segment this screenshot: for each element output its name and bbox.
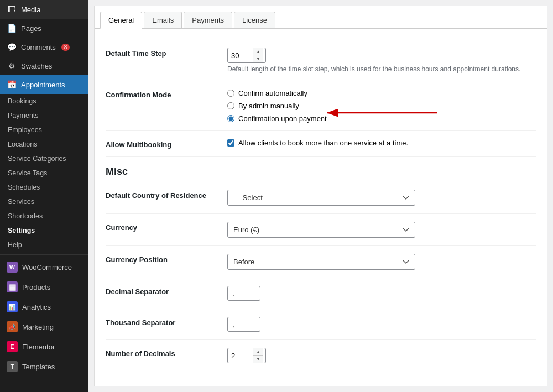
country-control: — Select — [227,190,536,206]
tab-general[interactable]: General [100,12,142,29]
decimal-sep-label: Decimal Separator [106,286,227,296]
setting-row-confirmation: Confirmation Mode Confirm automatically … [106,81,536,131]
sidebar-sub-schedules[interactable]: Schedules [0,180,88,195]
num-decimals-spinners: ▲ ▼ [253,348,263,363]
sidebar-sub-employees[interactable]: Employees [0,123,88,137]
currency-position-control: Before After [227,254,536,270]
tab-payments[interactable]: Payments [184,12,232,28]
sidebar: 🎞 Media 📄 Pages 💬 Comments 8 ⚙ Swatches … [0,0,88,392]
comments-icon: 💬 [7,42,17,52]
decimal-sep-input[interactable] [227,286,260,301]
multibooking-label: Allow Multibooking [106,139,227,149]
settings-panel: General Emails Payments License Default … [94,6,547,386]
time-step-up[interactable]: ▲ [253,48,263,55]
sidebar-item-analytics[interactable]: 📊 Analytics [0,297,88,317]
sidebar-sub-shortcodes[interactable]: Shortcodes [0,209,88,223]
sidebar-item-media[interactable]: 🎞 Media [0,0,88,19]
setting-row-country: Default Country of Residence — Select — [106,182,536,214]
sidebar-sub-service-categories[interactable]: Service Categories [0,151,88,166]
setting-row-multibooking: Allow Multibooking Allow clients to book… [106,131,536,157]
sidebar-sub-service-tags[interactable]: Service Tags [0,166,88,180]
currency-label: Currency [106,222,227,232]
radio-confirm-payment[interactable]: Confirmation upon payment [227,114,536,123]
num-decimals-input[interactable] [228,349,253,363]
radio-confirm-manual[interactable]: By admin manually [227,102,536,110]
multibooking-checkbox[interactable] [227,139,234,147]
currency-position-select[interactable]: Before After [227,254,415,270]
currency-select[interactable]: Euro (€) US Dollar ($) British Pound (£) [227,222,415,238]
radio-confirm-manual-input[interactable] [227,102,234,109]
num-decimals-label: Number of Decimals [106,348,227,358]
sidebar-item-templates[interactable]: T Templates [0,357,88,377]
time-step-input[interactable] [228,49,253,62]
time-step-control: ▲ ▼ Default length of the time slot step… [227,48,536,73]
thousand-sep-control [227,317,536,332]
num-decimals-down[interactable]: ▼ [253,356,263,363]
sidebar-item-woocommerce[interactable]: W WooCommerce [0,257,88,277]
sidebar-item-appointments[interactable]: 📅 Appointments [0,75,88,94]
sidebar-item-comments[interactable]: 💬 Comments 8 [0,38,88,56]
sidebar-sub-help[interactable]: Help [0,238,88,252]
num-decimals-up[interactable]: ▲ [253,348,263,356]
country-select[interactable]: — Select — [227,190,415,206]
radio-confirm-auto-input[interactable] [227,90,234,97]
sidebar-item-label: Pages [21,24,41,33]
confirmation-label: Confirmation Mode [106,89,227,99]
tab-license[interactable]: License [234,12,275,28]
appointments-icon: 📅 [7,80,17,90]
settings-tabs: General Emails Payments License [95,6,547,29]
setting-row-thousand-sep: Thousand Separator [106,309,536,340]
woocommerce-icon: W [7,262,18,273]
confirmation-radio-group: Confirm automatically By admin manually … [227,89,536,123]
analytics-icon: 📊 [7,301,18,312]
main-content: General Emails Payments License Default … [88,0,553,392]
radio-confirm-payment-input[interactable] [227,115,234,122]
time-step-input-wrap: ▲ ▼ [227,48,266,63]
num-decimals-control: ▲ ▼ [227,348,536,363]
currency-position-label: Currency Position [106,254,227,264]
templates-icon: T [7,361,18,372]
thousand-sep-input[interactable] [227,317,260,332]
sidebar-item-products[interactable]: ▦ Products [0,277,88,297]
confirmation-control: Confirm automatically By admin manually … [227,89,536,123]
radio-confirm-auto[interactable]: Confirm automatically [227,89,536,97]
swatches-icon: ⚙ [7,61,17,71]
appointments-label: Appointments [21,81,65,89]
setting-row-num-decimals: Number of Decimals ▲ ▼ [106,340,536,371]
time-step-down[interactable]: ▼ [253,55,263,62]
sidebar-sub-locations[interactable]: Locations [0,137,88,151]
pages-icon: 📄 [7,23,17,33]
time-step-description: Default length of the time slot step, wh… [227,65,536,73]
sidebar-sub-bookings[interactable]: Bookings [0,94,88,108]
multibooking-control: Allow clients to book more than one serv… [227,139,536,147]
time-step-spinners: ▲ ▼ [253,48,263,62]
thousand-sep-label: Thousand Separator [106,317,227,327]
sidebar-item-label: Comments [21,43,56,51]
sidebar-item-label: Media [21,6,40,14]
sidebar-item-elementor[interactable]: E Elementor [0,337,88,357]
num-decimals-input-wrap: ▲ ▼ [227,348,266,363]
sidebar-item-pages[interactable]: 📄 Pages [0,19,88,38]
sidebar-sub-settings[interactable]: Settings [0,223,88,238]
multibooking-checkbox-item[interactable]: Allow clients to book more than one serv… [227,139,536,147]
decimal-sep-control [227,286,536,301]
sidebar-sub-payments[interactable]: Payments [0,108,88,123]
currency-control: Euro (€) US Dollar ($) British Pound (£) [227,222,536,238]
country-label: Default Country of Residence [106,190,227,200]
elementor-icon: E [7,341,18,352]
products-icon: ▦ [7,281,18,292]
sidebar-item-swatches[interactable]: ⚙ Swatches [0,56,88,75]
media-icon: 🎞 [7,4,17,14]
comments-badge: 8 [61,44,70,51]
sidebar-item-marketing[interactable]: 📣 Marketing [0,317,88,337]
sidebar-item-label: Swatches [21,62,52,70]
setting-row-time-step: Default Time Step ▲ ▼ Default length of … [106,40,536,81]
misc-heading: Misc [106,157,536,182]
marketing-icon: 📣 [7,321,18,332]
setting-row-currency: Currency Euro (€) US Dollar ($) British … [106,214,536,246]
time-step-label: Default Time Step [106,48,227,58]
setting-row-currency-position: Currency Position Before After [106,246,536,278]
tab-emails[interactable]: Emails [144,12,182,28]
sidebar-sub-services[interactable]: Services [0,195,88,209]
settings-body: Default Time Step ▲ ▼ Default length of … [95,29,547,382]
